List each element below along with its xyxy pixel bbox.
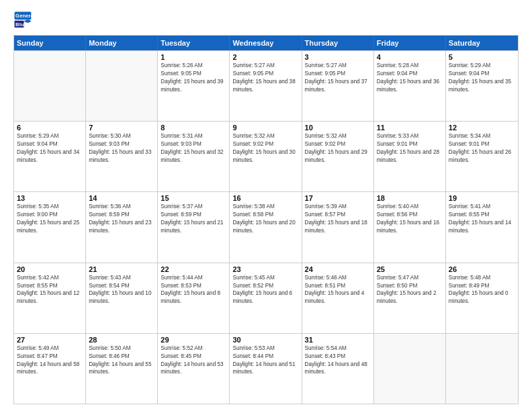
- day-number: 11: [377, 124, 443, 132]
- weekday-header-wednesday: Wednesday: [230, 36, 302, 50]
- calendar-header: SundayMondayTuesdayWednesdayThursdayFrid…: [14, 36, 518, 50]
- weekday-header-tuesday: Tuesday: [158, 36, 230, 50]
- sun-info: Sunrise: 5:48 AM Sunset: 8:49 PM Dayligh…: [449, 274, 515, 306]
- sun-info: Sunrise: 5:27 AM Sunset: 9:05 PM Dayligh…: [305, 62, 371, 94]
- sun-info: Sunrise: 5:47 AM Sunset: 8:50 PM Dayligh…: [377, 274, 443, 306]
- day-number: 27: [17, 336, 83, 344]
- sun-info: Sunrise: 5:53 AM Sunset: 8:44 PM Dayligh…: [232, 345, 298, 377]
- calendar-row-0: 1Sunrise: 5:26 AM Sunset: 9:05 PM Daylig…: [14, 50, 518, 121]
- sun-info: Sunrise: 5:50 AM Sunset: 8:46 PM Dayligh…: [89, 345, 154, 377]
- sun-info: Sunrise: 5:29 AM Sunset: 9:04 PM Dayligh…: [17, 132, 83, 165]
- day-number: 25: [377, 265, 443, 273]
- calendar-cell-day-25: 25Sunrise: 5:47 AM Sunset: 8:50 PM Dayli…: [374, 263, 446, 333]
- day-number: 26: [449, 265, 515, 273]
- calendar-cell-day-11: 11Sunrise: 5:33 AM Sunset: 9:01 PM Dayli…: [374, 122, 446, 191]
- calendar-cell-day-17: 17Sunrise: 5:39 AM Sunset: 8:57 PM Dayli…: [302, 192, 374, 262]
- calendar-cell-empty: [374, 334, 446, 404]
- sun-info: Sunrise: 5:35 AM Sunset: 9:00 PM Dayligh…: [17, 203, 83, 235]
- calendar-cell-day-4: 4Sunrise: 5:28 AM Sunset: 9:04 PM Daylig…: [374, 51, 446, 121]
- sun-info: Sunrise: 5:29 AM Sunset: 9:04 PM Dayligh…: [449, 62, 515, 94]
- svg-text:Blue: Blue: [15, 21, 28, 28]
- calendar-cell-day-28: 28Sunrise: 5:50 AM Sunset: 8:46 PM Dayli…: [86, 334, 158, 404]
- calendar-cell-day-7: 7Sunrise: 5:30 AM Sunset: 9:03 PM Daylig…: [86, 122, 158, 191]
- sun-info: Sunrise: 5:32 AM Sunset: 9:02 PM Dayligh…: [232, 132, 298, 165]
- day-number: 4: [377, 53, 443, 61]
- sun-info: Sunrise: 5:31 AM Sunset: 9:03 PM Dayligh…: [161, 132, 226, 165]
- calendar-cell-day-3: 3Sunrise: 5:27 AM Sunset: 9:05 PM Daylig…: [302, 51, 374, 121]
- calendar-cell-day-5: 5Sunrise: 5:29 AM Sunset: 9:04 PM Daylig…: [446, 51, 518, 121]
- day-number: 8: [161, 124, 226, 132]
- calendar-cell-day-20: 20Sunrise: 5:42 AM Sunset: 8:55 PM Dayli…: [14, 263, 86, 333]
- day-number: 30: [232, 336, 298, 344]
- calendar-cell-day-1: 1Sunrise: 5:26 AM Sunset: 9:05 PM Daylig…: [158, 51, 230, 121]
- calendar-cell-day-23: 23Sunrise: 5:45 AM Sunset: 8:52 PM Dayli…: [230, 263, 302, 333]
- calendar-cell-day-16: 16Sunrise: 5:38 AM Sunset: 8:58 PM Dayli…: [230, 192, 302, 262]
- day-number: 31: [305, 336, 371, 344]
- calendar-row-1: 6Sunrise: 5:29 AM Sunset: 9:04 PM Daylig…: [14, 121, 518, 191]
- sun-info: Sunrise: 5:30 AM Sunset: 9:03 PM Dayligh…: [89, 132, 154, 165]
- sun-info: Sunrise: 5:28 AM Sunset: 9:04 PM Dayligh…: [377, 62, 443, 94]
- day-number: 9: [232, 124, 298, 132]
- sun-info: Sunrise: 5:49 AM Sunset: 8:47 PM Dayligh…: [17, 345, 83, 377]
- sun-info: Sunrise: 5:27 AM Sunset: 9:05 PM Dayligh…: [232, 62, 298, 94]
- day-number: 28: [89, 336, 154, 344]
- sun-info: Sunrise: 5:36 AM Sunset: 8:59 PM Dayligh…: [89, 203, 154, 235]
- day-number: 17: [305, 194, 371, 202]
- sun-info: Sunrise: 5:38 AM Sunset: 8:58 PM Dayligh…: [232, 203, 298, 235]
- weekday-header-thursday: Thursday: [302, 36, 374, 50]
- day-number: 3: [305, 53, 371, 61]
- sun-info: Sunrise: 5:32 AM Sunset: 9:02 PM Dayligh…: [305, 132, 371, 165]
- calendar-cell-day-10: 10Sunrise: 5:32 AM Sunset: 9:02 PM Dayli…: [302, 122, 374, 191]
- day-number: 13: [17, 194, 83, 202]
- calendar-cell-day-14: 14Sunrise: 5:36 AM Sunset: 8:59 PM Dayli…: [86, 192, 158, 262]
- sun-info: Sunrise: 5:34 AM Sunset: 9:01 PM Dayligh…: [449, 132, 515, 165]
- weekday-header-friday: Friday: [374, 36, 446, 50]
- sun-info: Sunrise: 5:54 AM Sunset: 8:43 PM Dayligh…: [305, 345, 371, 377]
- calendar-cell-day-18: 18Sunrise: 5:40 AM Sunset: 8:56 PM Dayli…: [374, 192, 446, 262]
- calendar-cell-day-8: 8Sunrise: 5:31 AM Sunset: 9:03 PM Daylig…: [158, 122, 230, 191]
- svg-text:General: General: [15, 13, 32, 19]
- calendar-cell-day-29: 29Sunrise: 5:52 AM Sunset: 8:45 PM Dayli…: [158, 334, 230, 404]
- day-number: 19: [449, 194, 515, 202]
- logo-icon: General Blue: [13, 11, 32, 30]
- calendar-cell-empty: [446, 334, 518, 404]
- calendar-row-2: 13Sunrise: 5:35 AM Sunset: 9:00 PM Dayli…: [14, 191, 518, 262]
- day-number: 23: [232, 265, 298, 273]
- calendar-cell-day-2: 2Sunrise: 5:27 AM Sunset: 9:05 PM Daylig…: [230, 51, 302, 121]
- calendar-cell-day-15: 15Sunrise: 5:37 AM Sunset: 8:59 PM Dayli…: [158, 192, 230, 262]
- calendar-cell-day-26: 26Sunrise: 5:48 AM Sunset: 8:49 PM Dayli…: [446, 263, 518, 333]
- sun-info: Sunrise: 5:37 AM Sunset: 8:59 PM Dayligh…: [161, 203, 226, 235]
- day-number: 10: [305, 124, 371, 132]
- calendar-cell-day-22: 22Sunrise: 5:44 AM Sunset: 8:53 PM Dayli…: [158, 263, 230, 333]
- calendar-row-4: 27Sunrise: 5:49 AM Sunset: 8:47 PM Dayli…: [14, 333, 518, 404]
- weekday-header-monday: Monday: [86, 36, 158, 50]
- day-number: 5: [449, 53, 515, 61]
- calendar-cell-day-12: 12Sunrise: 5:34 AM Sunset: 9:01 PM Dayli…: [446, 122, 518, 191]
- day-number: 7: [89, 124, 154, 132]
- calendar-cell-day-9: 9Sunrise: 5:32 AM Sunset: 9:02 PM Daylig…: [230, 122, 302, 191]
- sun-info: Sunrise: 5:33 AM Sunset: 9:01 PM Dayligh…: [377, 132, 443, 165]
- calendar-cell-day-27: 27Sunrise: 5:49 AM Sunset: 8:47 PM Dayli…: [14, 334, 86, 404]
- day-number: 15: [161, 194, 226, 202]
- sun-info: Sunrise: 5:44 AM Sunset: 8:53 PM Dayligh…: [161, 274, 226, 306]
- sun-info: Sunrise: 5:40 AM Sunset: 8:56 PM Dayligh…: [377, 203, 443, 235]
- day-number: 2: [232, 53, 298, 61]
- calendar-cell-empty: [86, 51, 158, 121]
- day-number: 22: [161, 265, 226, 273]
- logo: General Blue: [13, 11, 32, 30]
- weekday-header-saturday: Saturday: [446, 36, 518, 50]
- calendar: SundayMondayTuesdayWednesdayThursdayFrid…: [13, 35, 519, 404]
- day-number: 18: [377, 194, 443, 202]
- sun-info: Sunrise: 5:42 AM Sunset: 8:55 PM Dayligh…: [17, 274, 83, 306]
- sun-info: Sunrise: 5:46 AM Sunset: 8:51 PM Dayligh…: [305, 274, 371, 306]
- day-number: 21: [89, 265, 154, 273]
- calendar-cell-day-19: 19Sunrise: 5:41 AM Sunset: 8:55 PM Dayli…: [446, 192, 518, 262]
- calendar-cell-day-30: 30Sunrise: 5:53 AM Sunset: 8:44 PM Dayli…: [230, 334, 302, 404]
- calendar-cell-day-24: 24Sunrise: 5:46 AM Sunset: 8:51 PM Dayli…: [302, 263, 374, 333]
- day-number: 14: [89, 194, 154, 202]
- calendar-cell-day-31: 31Sunrise: 5:54 AM Sunset: 8:43 PM Dayli…: [302, 334, 374, 404]
- sun-info: Sunrise: 5:39 AM Sunset: 8:57 PM Dayligh…: [305, 203, 371, 235]
- calendar-row-3: 20Sunrise: 5:42 AM Sunset: 8:55 PM Dayli…: [14, 263, 518, 333]
- sun-info: Sunrise: 5:41 AM Sunset: 8:55 PM Dayligh…: [449, 203, 515, 235]
- day-number: 6: [17, 124, 83, 132]
